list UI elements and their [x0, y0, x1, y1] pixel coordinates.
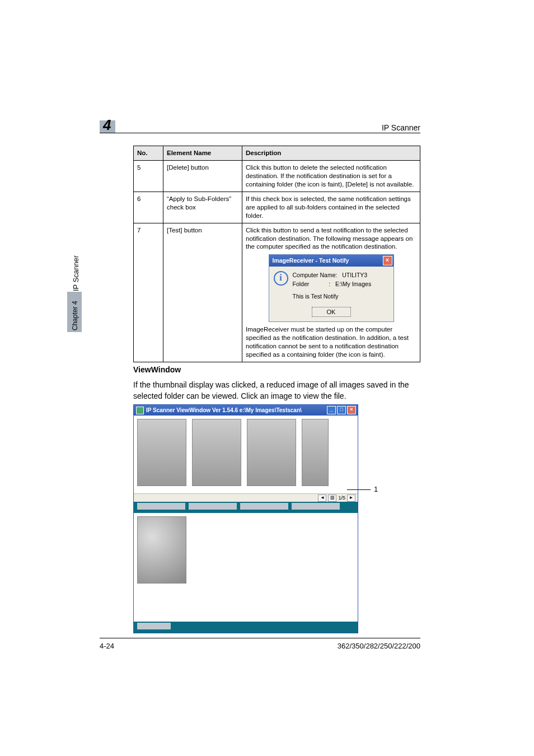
- side-label-chapter: Chapter 4: [71, 301, 79, 330]
- app-icon: [136, 407, 144, 414]
- header-rule: [100, 133, 420, 133]
- thumbnail-strip: [134, 416, 358, 494]
- cell-desc: If this check box is selected, the same …: [242, 192, 420, 223]
- filmstrip-thumb[interactable]: [189, 503, 237, 510]
- thumbnail-image[interactable]: [302, 419, 329, 486]
- dialog-folder-label: Folder :: [293, 281, 331, 287]
- table-row: 7 [Test] button Click this button to sen…: [134, 223, 420, 362]
- ok-button[interactable]: OK: [312, 307, 351, 317]
- thumbnail-pager: ◄ ▧ 1/5 ►: [134, 494, 358, 502]
- cell-no: 5: [134, 160, 163, 192]
- table-row: 6 “Apply to Sub-Folders” check box If th…: [134, 192, 420, 223]
- close-icon[interactable]: ×: [383, 256, 392, 265]
- col-header-name: Element Name: [163, 146, 242, 161]
- prev-page-icon[interactable]: ◄: [318, 494, 326, 502]
- viewwindow-titlebar: IP Scanner ViewWindow Ver 1.54.6 e:\My I…: [134, 405, 358, 416]
- cell-desc: Click this button to delete the selected…: [242, 160, 420, 192]
- dialog-titlebar: ImageReceiver - Test Notify ×: [269, 255, 394, 267]
- viewwindow-app: IP Scanner ViewWindow Ver 1.54.6 e:\My I…: [133, 404, 358, 633]
- cell-desc: Click this button to send a test notific…: [242, 223, 420, 362]
- cell-no: 6: [134, 192, 163, 223]
- dialog-message: This is Test Notify: [293, 292, 372, 301]
- next-page-icon[interactable]: ►: [347, 494, 355, 502]
- footer-rule: [100, 638, 420, 638]
- filmstrip-thumb[interactable]: [137, 623, 171, 629]
- cell-desc-post: ImageReceiver must be started up on the …: [246, 325, 416, 359]
- dialog-title-text: ImageReceiver - Test Notify: [273, 257, 349, 265]
- cell-name: [Test] button: [163, 223, 242, 362]
- viewwindow-title-text: IP Scanner ViewWindow Ver 1.54.6 e:\My I…: [146, 407, 302, 413]
- footer-page-number: 4-24: [100, 642, 114, 650]
- filmstrip-bar-lower: [134, 622, 358, 633]
- table-row: 5 [Delete] button Click this button to d…: [134, 160, 420, 192]
- dialog-folder-value: E:\My Images: [335, 281, 371, 287]
- section-body: If the thumbnail display was clicked, a …: [133, 380, 420, 402]
- col-header-desc: Description: [242, 146, 420, 161]
- test-notify-dialog: ImageReceiver - Test Notify × i Computer…: [269, 254, 394, 322]
- preview-image[interactable]: [137, 516, 186, 584]
- thumbnail-image[interactable]: [247, 419, 296, 486]
- info-icon: i: [274, 271, 288, 286]
- cell-desc-pre: Click this button to send a test notific…: [246, 226, 416, 251]
- thumbnail-image[interactable]: [192, 419, 241, 486]
- side-label-scanner: IP Scanner: [72, 255, 80, 291]
- cell-no: 7: [134, 223, 163, 362]
- thumbnail-image[interactable]: [137, 419, 186, 486]
- close-icon[interactable]: ×: [347, 406, 356, 414]
- filmstrip-thumb[interactable]: [240, 503, 288, 510]
- filmstrip-thumb[interactable]: [292, 503, 340, 510]
- section-heading-viewwindow: ViewWindow: [133, 365, 181, 374]
- chapter-number: 4: [103, 116, 111, 134]
- header-title: IP Scanner: [382, 123, 420, 132]
- col-header-no: No.: [134, 146, 163, 161]
- maximize-icon[interactable]: □: [337, 406, 346, 414]
- callout-leader: [347, 489, 371, 490]
- dialog-computer-label: Computer Name:: [293, 272, 338, 278]
- pager-handle-icon[interactable]: ▧: [328, 494, 336, 502]
- callout-number-1: 1: [374, 485, 378, 493]
- minimize-icon[interactable]: _: [327, 406, 336, 414]
- page-indicator: 1/5: [338, 495, 345, 501]
- cell-name: “Apply to Sub-Folders” check box: [163, 192, 242, 223]
- preview-area: [134, 513, 358, 622]
- cell-name: [Delete] button: [163, 160, 242, 192]
- elements-table: No. Element Name Description 5 [Delete] …: [133, 146, 420, 362]
- dialog-body-text: Computer Name: UTILITY3 Folder : E:\My I…: [293, 271, 372, 301]
- filmstrip-thumb[interactable]: [137, 503, 185, 510]
- footer-model-list: 362/350/282/250/222/200: [338, 642, 420, 650]
- dialog-computer-value: UTILITY3: [342, 272, 367, 278]
- filmstrip-bar: [134, 502, 358, 513]
